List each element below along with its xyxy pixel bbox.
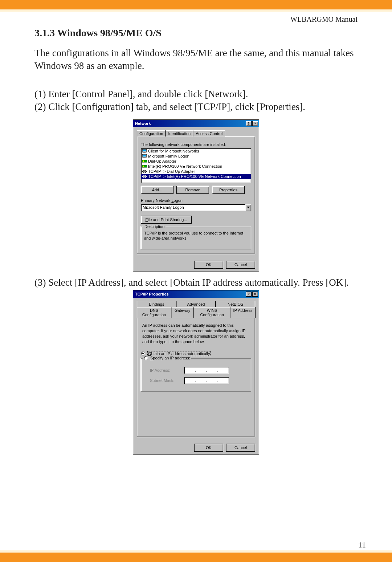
ok-button[interactable]: OK bbox=[194, 444, 223, 452]
list-item[interactable]: Intel(R) PRO/100 VE Network Connection bbox=[141, 164, 251, 169]
radio-dot-icon bbox=[144, 356, 148, 360]
specify-ip-groupbox: Specify an IP address: IP Address: Subne… bbox=[141, 358, 251, 392]
properties-button[interactable]: Properties bbox=[212, 186, 245, 194]
svg-rect-7 bbox=[143, 160, 144, 162]
ip-address-field: IP Address: bbox=[150, 367, 248, 374]
adapter-icon bbox=[142, 164, 147, 168]
tab-advanced[interactable]: Advanced bbox=[176, 301, 216, 307]
svg-rect-5 bbox=[143, 157, 146, 158]
description-legend: Description bbox=[143, 224, 166, 229]
step-1: (1) Enter [Control Panel], and double cl… bbox=[34, 88, 358, 101]
components-label: The following network components are ins… bbox=[141, 142, 251, 147]
list-item[interactable]: Dial-Up Adapter bbox=[141, 159, 251, 164]
description-text: TCP/IP is the protocol you use to connec… bbox=[144, 231, 248, 241]
tab-configuration[interactable]: Configuration bbox=[137, 130, 166, 137]
close-button[interactable]: × bbox=[252, 292, 258, 297]
tab-identification[interactable]: Identification bbox=[166, 130, 193, 137]
ip-address-label: IP Address: bbox=[150, 368, 180, 372]
subnet-mask-field: Subnet Mask: bbox=[150, 377, 248, 384]
page-bottom-strip bbox=[0, 553, 392, 562]
tcpip-tabs: Bindings Advanced NetBIOS DNS Configurat… bbox=[137, 301, 255, 317]
list-item[interactable]: TCP/IP -> Dial-Up Adapter bbox=[141, 169, 251, 174]
radio-dot-icon bbox=[141, 351, 145, 356]
tab-netbios[interactable]: NetBIOS bbox=[216, 301, 255, 307]
subnet-mask-input[interactable] bbox=[184, 377, 229, 384]
ok-button[interactable]: OK bbox=[194, 261, 223, 269]
tab-ipaddress[interactable]: IP Address bbox=[230, 307, 255, 318]
manual-name: WLBARGMO Manual bbox=[34, 15, 358, 24]
add-button[interactable]: Add... bbox=[141, 186, 173, 194]
tab-access-control[interactable]: Access Control bbox=[193, 130, 225, 137]
network-dialog-title: Network bbox=[134, 121, 152, 126]
help-button[interactable]: ? bbox=[246, 121, 252, 126]
tcpip-dialog-titlebar[interactable]: TCP/IP Properties ? × bbox=[133, 290, 259, 298]
primary-logon-select[interactable]: Microsoft Family Logon bbox=[141, 204, 251, 211]
primary-logon-label: Primary Network Logon: bbox=[141, 198, 251, 203]
list-item[interactable]: Client for Microsoft Networks bbox=[141, 148, 251, 154]
file-print-sharing-button[interactable]: File and Print Sharing... bbox=[141, 216, 192, 224]
subnet-mask-label: Subnet Mask: bbox=[150, 378, 180, 383]
client-icon bbox=[142, 154, 147, 158]
tcpip-dialog: TCP/IP Properties ? × Bindings Advanced … bbox=[133, 290, 259, 455]
svg-rect-9 bbox=[143, 166, 144, 167]
radio-obtain-auto[interactable]: Obtain an IP address automatically bbox=[141, 351, 251, 356]
chevron-down-icon[interactable] bbox=[245, 204, 251, 211]
close-button[interactable]: × bbox=[252, 121, 258, 126]
page-number: 11 bbox=[358, 540, 366, 550]
network-dialog-titlebar[interactable]: Network ? × bbox=[133, 120, 259, 127]
adapter-icon bbox=[142, 159, 147, 163]
components-listbox[interactable]: Client for Microsoft Networks Microsoft … bbox=[141, 148, 251, 183]
tab-bindings[interactable]: Bindings bbox=[137, 301, 176, 307]
list-item[interactable]: Microsoft Family Logon bbox=[141, 154, 251, 159]
step-2: (2) Click [Configuration] tab, and selec… bbox=[34, 101, 358, 113]
svg-rect-2 bbox=[143, 152, 146, 153]
svg-rect-1 bbox=[143, 150, 146, 151]
help-button[interactable]: ? bbox=[246, 292, 252, 297]
step-3: (3) Select [IP Address], and select [Obt… bbox=[34, 276, 358, 289]
page-top-strip bbox=[0, 0, 392, 9]
intro-paragraph: The configurations in all Windows 98/95/… bbox=[34, 47, 358, 72]
svg-rect-4 bbox=[143, 155, 146, 156]
protocol-icon bbox=[142, 174, 147, 179]
ip-intro-text: An IP address can be automatically assig… bbox=[142, 323, 250, 344]
list-item-selected[interactable]: TCP/IP -> Intel(R) PRO/100 VE Network Co… bbox=[141, 174, 251, 179]
section-heading: 3.1.3 Windows 98/95/ME O/S bbox=[34, 27, 358, 39]
primary-logon-value: Microsoft Family Logon bbox=[141, 204, 245, 211]
tab-gateway[interactable]: Gateway bbox=[171, 307, 193, 318]
cancel-button[interactable]: Cancel bbox=[226, 444, 255, 452]
radio-specify-ip[interactable]: Specify an IP address: bbox=[144, 356, 190, 360]
network-dialog: Network ? × Configuration Identification… bbox=[133, 119, 259, 272]
remove-button[interactable]: Remove bbox=[176, 186, 209, 194]
tab-dns[interactable]: DNS Configuration bbox=[137, 307, 171, 318]
cancel-button[interactable]: Cancel bbox=[226, 261, 255, 269]
description-groupbox: Description TCP/IP is the protocol you u… bbox=[141, 227, 251, 249]
network-tabs: Configuration Identification Access Cont… bbox=[137, 130, 255, 136]
tcpip-dialog-title: TCP/IP Properties bbox=[134, 292, 170, 296]
protocol-icon bbox=[142, 169, 147, 174]
ip-address-input[interactable] bbox=[184, 367, 229, 374]
client-icon bbox=[142, 149, 147, 153]
tab-wins[interactable]: WINS Configuration bbox=[193, 307, 230, 318]
